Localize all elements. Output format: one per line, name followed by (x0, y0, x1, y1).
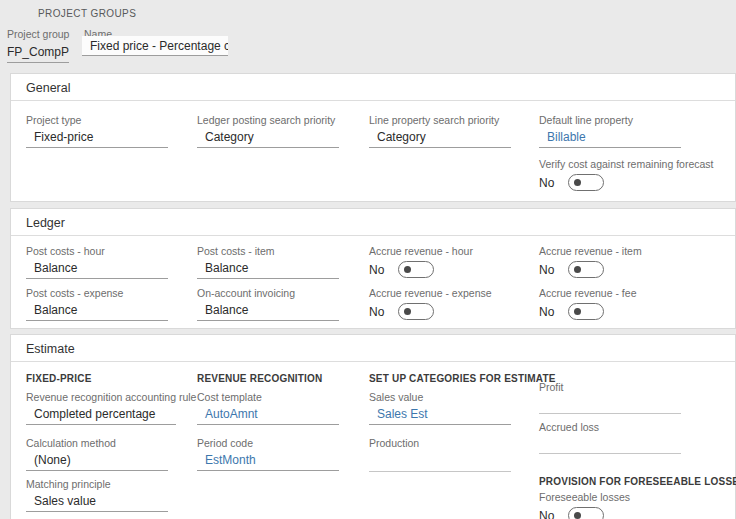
field-label: Default line property (539, 114, 681, 126)
field-label: Matching principle (26, 478, 168, 490)
sales-value-link[interactable]: Sales Est (369, 407, 511, 425)
field-sales-value: Sales value Sales Est (369, 391, 511, 425)
field-label: Post costs - item (197, 245, 339, 257)
toggle-knob (574, 308, 581, 315)
field-revenue-recognition-accounting-rule: Revenue recognition accounting rule Comp… (26, 391, 186, 425)
field-cost-template: Cost template AutoAmnt (197, 391, 339, 425)
project-group-label: Project group (7, 28, 69, 40)
field-verify-cost: Verify cost against remaining forecast N… (539, 158, 729, 191)
toggle-state-text: No (539, 176, 554, 190)
field-post-costs-item: Post costs - item Balance (197, 245, 339, 279)
page-header: PROJECT GROUPS Project group FP_CompP Na… (0, 0, 736, 73)
field-label: Foreseeable losses (539, 491, 709, 503)
toggle-state-text: No (369, 305, 384, 319)
field-label: Line property search priority (369, 114, 511, 126)
post-costs-item-input[interactable]: Balance (197, 261, 339, 279)
post-costs-expense-input[interactable]: Balance (26, 303, 168, 321)
field-label: Profit (539, 381, 681, 393)
field-line-property-search-priority: Line property search priority Category (369, 114, 511, 148)
toggle-state-text: No (539, 263, 554, 277)
field-production: Production (369, 437, 511, 472)
field-label: Period code (197, 437, 339, 449)
page-caption: PROJECT GROUPS (38, 8, 136, 19)
field-label: Post costs - expense (26, 287, 168, 299)
line-property-search-priority-input[interactable]: Category (369, 130, 511, 148)
section-general: General Project type Fixed-price Ledger … (10, 73, 736, 202)
section-estimate-header[interactable]: Estimate (26, 342, 75, 356)
production-input[interactable] (369, 453, 511, 472)
group-header-setup-categories: SET UP CATEGORIES FOR ESTIMATE (369, 373, 556, 384)
divider (11, 361, 735, 362)
section-estimate: Estimate FIXED-PRICE REVENUE RECOGNITION… (10, 334, 736, 519)
accrued-loss-input[interactable] (539, 437, 681, 454)
toggle-knob (574, 512, 581, 519)
calculation-method-input[interactable]: (None) (26, 453, 168, 471)
field-accrue-revenue-hour: Accrue revenue - hour No (369, 245, 539, 278)
field-label: Revenue recognition accounting rule (26, 391, 186, 403)
field-post-costs-hour: Post costs - hour Balance (26, 245, 168, 279)
field-on-account-invoicing: On-account invoicing Balance (197, 287, 339, 321)
field-label: Ledger posting search priority (197, 114, 339, 126)
field-label: Accrue revenue - hour (369, 245, 539, 257)
group-header-provision: PROVISION FOR FORESEEABLE LOSSES (539, 476, 736, 487)
group-header-revenue-recognition: REVENUE RECOGNITION (197, 373, 322, 384)
toggle-knob (574, 266, 581, 273)
field-foreseeable-losses: Foreseeable losses No (539, 491, 709, 519)
field-project-type: Project type Fixed-price (26, 114, 168, 148)
field-label: Accrue revenue - expense (369, 287, 539, 299)
field-label: Accrued loss (539, 421, 681, 433)
field-default-line-property: Default line property Billable (539, 114, 681, 148)
accrue-revenue-fee-toggle[interactable] (568, 303, 604, 320)
field-matching-principle: Matching principle Sales value (26, 478, 168, 512)
accrue-revenue-hour-toggle[interactable] (398, 261, 434, 278)
project-group-input[interactable]: FP_CompP (7, 45, 69, 63)
field-calculation-method: Calculation method (None) (26, 437, 168, 471)
group-header-fixed-price: FIXED-PRICE (26, 373, 92, 384)
profit-input[interactable] (539, 397, 681, 414)
divider (11, 235, 735, 236)
field-period-code: Period code EstMonth (197, 437, 339, 471)
cost-template-link[interactable]: AutoAmnt (197, 407, 339, 425)
field-ledger-posting-search-priority: Ledger posting search priority Category (197, 114, 339, 148)
field-label: Verify cost against remaining forecast (539, 158, 729, 170)
field-label: Production (369, 437, 511, 449)
field-label: Post costs - hour (26, 245, 168, 257)
project-type-input[interactable]: Fixed-price (26, 130, 168, 148)
field-label: On-account invoicing (197, 287, 339, 299)
field-label: Accrue revenue - item (539, 245, 709, 257)
field-profit: Profit (539, 381, 681, 414)
ledger-posting-search-priority-input[interactable]: Category (197, 130, 339, 148)
matching-principle-input[interactable]: Sales value (26, 494, 168, 512)
toggle-state-text: No (539, 305, 554, 319)
toggle-state-text: No (539, 509, 554, 519)
default-line-property-link[interactable]: Billable (539, 130, 681, 148)
toggle-knob (404, 308, 411, 315)
field-accrue-revenue-item: Accrue revenue - item No (539, 245, 709, 278)
section-ledger: Ledger Post costs - hour Balance Post co… (10, 208, 736, 329)
field-label: Project type (26, 114, 168, 126)
field-accrue-revenue-expense: Accrue revenue - expense No (369, 287, 539, 320)
foreseeable-losses-toggle[interactable] (568, 507, 604, 519)
verify-cost-toggle[interactable] (568, 174, 604, 191)
field-label: Accrue revenue - fee (539, 287, 709, 299)
accrue-revenue-item-toggle[interactable] (568, 261, 604, 278)
field-label: Calculation method (26, 437, 168, 449)
period-code-link[interactable]: EstMonth (197, 453, 339, 471)
field-label: Cost template (197, 391, 339, 403)
on-account-invoicing-input[interactable]: Balance (197, 303, 339, 321)
field-accrued-loss: Accrued loss (539, 421, 681, 454)
name-input[interactable]: Fixed price - Percentage comple... (82, 36, 228, 56)
revenue-recognition-accounting-rule-input[interactable]: Completed percentage (26, 407, 176, 425)
post-costs-hour-input[interactable]: Balance (26, 261, 168, 279)
toggle-state-text: No (369, 263, 384, 277)
project-group-field: Project group FP_CompP (7, 24, 69, 63)
section-general-header[interactable]: General (26, 81, 70, 95)
divider (11, 100, 735, 101)
accrue-revenue-expense-toggle[interactable] (398, 303, 434, 320)
toggle-knob (574, 179, 581, 186)
field-accrue-revenue-fee: Accrue revenue - fee No (539, 287, 709, 320)
toggle-knob (404, 266, 411, 273)
field-label: Sales value (369, 391, 511, 403)
field-post-costs-expense: Post costs - expense Balance (26, 287, 168, 321)
section-ledger-header[interactable]: Ledger (26, 216, 65, 230)
